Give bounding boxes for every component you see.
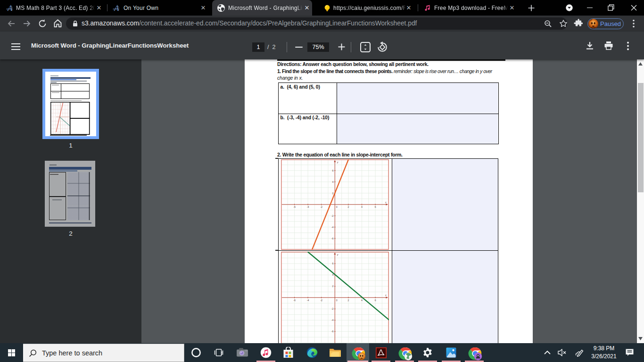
svg-text:2: 2 xyxy=(332,285,333,288)
svg-text:2: 2 xyxy=(347,299,349,302)
svg-text:2: 2 xyxy=(347,206,349,208)
svg-text:-6: -6 xyxy=(331,330,334,333)
svg-text:2: 2 xyxy=(332,191,333,194)
svg-text:x: x xyxy=(385,294,387,296)
svg-text:4: 4 xyxy=(332,273,333,276)
svg-text:-4: -4 xyxy=(307,206,309,208)
svg-text:6: 6 xyxy=(375,299,376,302)
svg-text:-4: -4 xyxy=(331,225,334,228)
svg-text:-6: -6 xyxy=(293,299,296,302)
svg-text:y: y xyxy=(337,253,339,256)
svg-text:A: A xyxy=(114,4,119,12)
svg-text:6: 6 xyxy=(332,169,333,172)
svg-text:4: 4 xyxy=(361,206,363,208)
svg-text:x: x xyxy=(385,200,387,203)
svg-text:0: 0 xyxy=(336,206,338,208)
svg-text:-2: -2 xyxy=(331,214,334,217)
svg-text:-4: -4 xyxy=(307,299,309,302)
svg-text:-2: -2 xyxy=(331,307,334,310)
svg-text:4: 4 xyxy=(332,180,333,183)
svg-text:0: 0 xyxy=(336,299,338,302)
svg-text:A: A xyxy=(7,4,13,12)
svg-text:6: 6 xyxy=(375,206,376,208)
svg-text:4: 4 xyxy=(361,299,363,302)
svg-text:6: 6 xyxy=(332,262,333,265)
svg-text:-2: -2 xyxy=(320,299,322,302)
svg-text:-2: -2 xyxy=(320,206,322,208)
svg-text:-6: -6 xyxy=(293,206,296,208)
svg-text:-6: -6 xyxy=(331,237,334,239)
svg-text:-4: -4 xyxy=(331,319,334,321)
svg-text:y: y xyxy=(337,161,339,164)
